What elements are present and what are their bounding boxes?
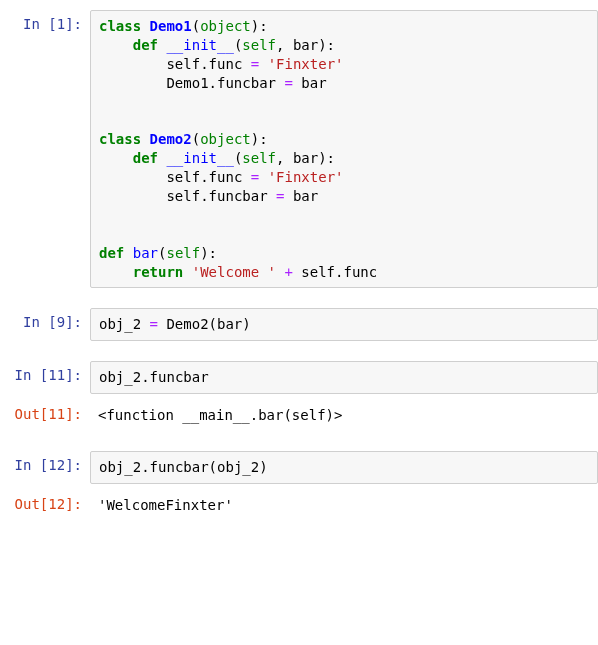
code-input[interactable]: obj_2 = Demo2(bar) xyxy=(90,308,598,341)
output-text: <function __main__.bar(self)> xyxy=(90,400,598,431)
output-cell: Out[11]:<function __main__.bar(self)> xyxy=(0,400,598,431)
output-text: 'WelcomeFinxter' xyxy=(90,490,598,521)
output-prompt: Out[11]: xyxy=(0,400,90,428)
input-cell: In [9]:obj_2 = Demo2(bar) xyxy=(0,308,598,341)
input-prompt: In [11]: xyxy=(0,361,90,389)
notebook-container: In [1]:class Demo1(object): def __init__… xyxy=(0,10,598,521)
input-prompt: In [12]: xyxy=(0,451,90,479)
code-input[interactable]: class Demo1(object): def __init__(self, … xyxy=(90,10,598,288)
input-prompt: In [9]: xyxy=(0,308,90,336)
output-prompt: Out[12]: xyxy=(0,490,90,518)
output-cell: Out[12]:'WelcomeFinxter' xyxy=(0,490,598,521)
input-prompt: In [1]: xyxy=(0,10,90,38)
input-cell: In [12]:obj_2.funcbar(obj_2) xyxy=(0,451,598,484)
code-input[interactable]: obj_2.funcbar(obj_2) xyxy=(90,451,598,484)
input-cell: In [1]:class Demo1(object): def __init__… xyxy=(0,10,598,288)
input-cell: In [11]:obj_2.funcbar xyxy=(0,361,598,394)
code-input[interactable]: obj_2.funcbar xyxy=(90,361,598,394)
